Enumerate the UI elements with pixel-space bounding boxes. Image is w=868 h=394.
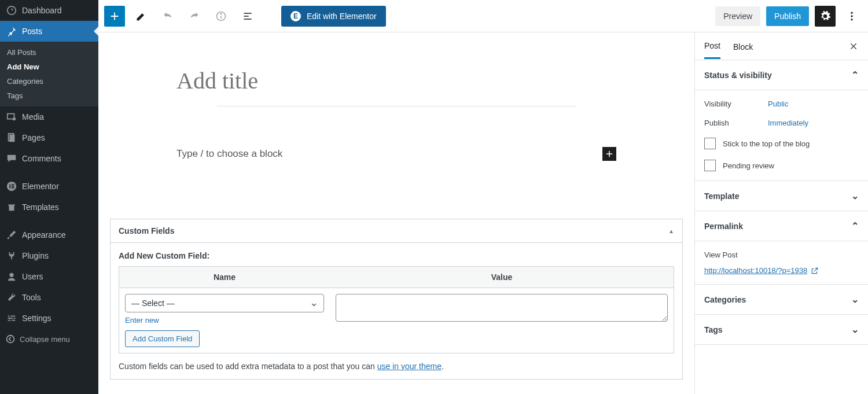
edit-mode-button[interactable]	[131, 6, 152, 27]
dashboard-icon	[6, 5, 17, 16]
custom-fields-toggle[interactable]: Custom Fields ▲	[110, 219, 683, 243]
svg-point-14	[220, 13, 222, 14]
sub-add-new[interactable]: Add New	[0, 60, 98, 74]
sub-all-posts[interactable]: All Posts	[0, 45, 98, 60]
add-block-button[interactable]	[104, 6, 125, 27]
add-custom-field-button[interactable]: Add Custom Field	[125, 330, 200, 347]
visibility-value-link[interactable]: Public	[768, 100, 788, 108]
preview-button[interactable]: Preview	[715, 6, 760, 26]
sidebar-subgroup-posts: All Posts Add New Categories Tags	[0, 42, 98, 106]
tab-post[interactable]: Post	[704, 33, 720, 59]
sidebar-label: Pages	[22, 133, 45, 142]
publish-button[interactable]: Publish	[766, 6, 809, 26]
tags-toggle[interactable]: Tags ⌄	[695, 315, 868, 345]
svg-rect-9	[12, 187, 14, 189]
chevron-up-icon: ⌃	[851, 220, 859, 231]
cf-col-name: Name	[119, 267, 330, 288]
sidebar-item-posts[interactable]: Posts	[0, 21, 98, 42]
info-icon	[215, 10, 227, 22]
publish-value-link[interactable]: Immediately	[768, 119, 808, 127]
undo-icon	[162, 10, 174, 22]
gear-icon	[819, 10, 831, 22]
settings-toggle-button[interactable]	[815, 6, 836, 27]
cf-name-select[interactable]: — Select —	[125, 294, 324, 312]
visibility-label: Visibility	[704, 100, 768, 108]
sub-categories[interactable]: Categories	[0, 74, 98, 89]
enter-new-link[interactable]: Enter new	[125, 316, 159, 325]
sidebar-item-pages[interactable]: Pages	[0, 127, 98, 148]
triangle-up-icon: ▲	[668, 228, 674, 234]
editor-area: Type / to choose a block Custom Fields ▲…	[98, 32, 694, 394]
status-visibility-toggle[interactable]: Status & visibility ⌃	[695, 60, 868, 90]
x-icon	[849, 42, 858, 51]
brush-icon	[6, 229, 17, 241]
sidebar-item-users[interactable]: Users	[0, 266, 98, 287]
status-visibility-panel: Visibility Public Publish Immediately St…	[695, 90, 868, 181]
undo-button[interactable]	[157, 6, 178, 27]
info-button[interactable]	[211, 6, 231, 27]
sidebar-item-elementor[interactable]: Elementor	[0, 176, 98, 197]
edit-with-elementor-button[interactable]: E Edit with Elementor	[281, 6, 386, 27]
sidebar-item-settings[interactable]: Settings	[0, 308, 98, 329]
sidebar-item-comments[interactable]: Comments	[0, 148, 98, 169]
sidebar-label: Posts	[22, 27, 42, 36]
permalink-url-link[interactable]: http://localhost:10018/?p=1938	[704, 266, 819, 275]
permalink-toggle[interactable]: Permalink ⌃	[695, 211, 868, 241]
plus-icon	[604, 149, 615, 159]
publish-label: Publish	[704, 119, 768, 127]
settings-sidebar: Post Block Status & visibility ⌃ Visibil…	[694, 32, 868, 394]
sliders-icon	[6, 312, 17, 324]
sidebar-label: Media	[22, 112, 44, 121]
pending-label: Pending review	[723, 161, 774, 170]
sidebar-label: Tools	[22, 293, 41, 302]
elementor-btn-label: Edit with Elementor	[307, 12, 377, 21]
cf-value-textarea[interactable]	[336, 294, 668, 322]
sidebar-item-templates[interactable]: Templates	[0, 197, 98, 218]
custom-fields-panel: Custom Fields ▲ Add New Custom Field: Na…	[110, 219, 683, 380]
svg-rect-6	[9, 184, 10, 188]
sidebar-label: Comments	[22, 154, 61, 163]
sidebar-item-plugins[interactable]: Plugins	[0, 245, 98, 266]
pin-icon	[6, 25, 17, 37]
list-icon	[242, 10, 253, 22]
use-in-theme-link[interactable]: use in your theme	[377, 362, 442, 371]
sidebar-label: Appearance	[22, 230, 66, 240]
sidebar-item-appearance[interactable]: Appearance	[0, 224, 98, 245]
categories-toggle[interactable]: Categories ⌄	[695, 285, 868, 315]
collapse-label: Collapse menu	[20, 335, 70, 344]
pages-icon	[6, 132, 17, 143]
block-placeholder-text[interactable]: Type / to choose a block	[176, 148, 597, 160]
pending-checkbox[interactable]	[704, 160, 716, 171]
stick-checkbox[interactable]	[704, 138, 716, 149]
templates-icon	[6, 201, 17, 213]
close-settings-button[interactable]	[848, 41, 859, 51]
cf-hint: Custom fields can be used to add extra m…	[119, 362, 674, 371]
sidebar-item-media[interactable]: Media	[0, 106, 98, 127]
outline-button[interactable]	[237, 6, 258, 27]
svg-rect-8	[12, 186, 14, 187]
elementor-icon	[6, 181, 17, 192]
inline-add-block-button[interactable]	[602, 147, 616, 161]
template-toggle[interactable]: Template ⌄	[695, 181, 868, 211]
chevron-down-icon: ⌄	[851, 324, 859, 335]
chevron-up-icon: ⌃	[851, 69, 859, 80]
sidebar-item-dashboard[interactable]: Dashboard	[0, 0, 98, 21]
redo-button[interactable]	[184, 6, 205, 27]
svg-point-16	[851, 15, 852, 17]
more-options-button[interactable]	[841, 6, 862, 27]
sub-tags[interactable]: Tags	[0, 89, 98, 103]
user-icon	[6, 271, 17, 282]
tab-block[interactable]: Block	[733, 34, 753, 58]
more-vertical-icon	[846, 10, 858, 22]
sidebar-item-tools[interactable]: Tools	[0, 287, 98, 308]
view-post-label: View Post	[704, 251, 859, 259]
editor-toolbar: E Edit with Elementor Preview Publish	[98, 0, 868, 32]
sidebar-label: Templates	[22, 202, 59, 212]
collapse-menu-button[interactable]: Collapse menu	[0, 329, 98, 349]
svg-rect-7	[12, 184, 14, 185]
title-divider	[217, 106, 576, 106]
add-new-cf-heading: Add New Custom Field:	[119, 251, 674, 260]
permalink-panel: View Post http://localhost:10018/?p=1938	[695, 241, 868, 285]
post-title-input[interactable]	[142, 61, 651, 100]
elementor-circle-icon: E	[290, 11, 301, 21]
